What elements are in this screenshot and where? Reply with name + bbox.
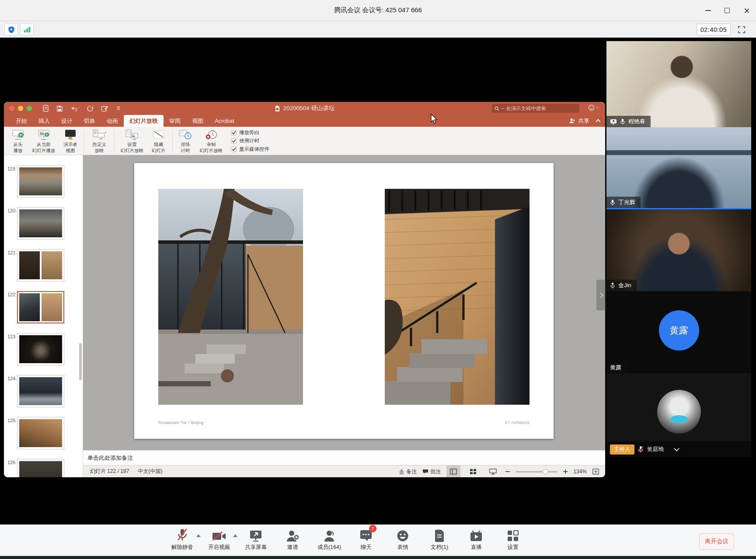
- search-input[interactable]: [506, 106, 577, 111]
- thumbnail-scrollbar[interactable]: [79, 343, 82, 380]
- comments-toggle-button[interactable]: 批注: [422, 468, 441, 476]
- custom-show-button[interactable]: 自定义 放映: [87, 127, 112, 155]
- mac-minimize-button[interactable]: [18, 106, 23, 111]
- record-slideshow-icon: [205, 129, 218, 141]
- unmute-button[interactable]: 解除静音: [169, 527, 196, 551]
- slideshow-view-button[interactable]: [486, 465, 500, 477]
- participant-name: 金Jin: [618, 281, 631, 289]
- feedback-smiley-button[interactable]: [588, 104, 599, 111]
- tab-transitions[interactable]: 切换: [78, 115, 101, 127]
- save-icon[interactable]: [56, 105, 63, 112]
- leave-meeting-button[interactable]: 离开会议: [699, 533, 734, 550]
- collapse-ribbon-icon[interactable]: [596, 119, 600, 124]
- tab-slideshow[interactable]: 幻灯片放映: [124, 115, 164, 127]
- chevron-down-icon[interactable]: [674, 446, 679, 451]
- minimize-button[interactable]: [698, 0, 718, 21]
- live-button[interactable]: 直播: [463, 527, 490, 551]
- setup-slideshow-button[interactable]: 设置 幻灯片放映: [117, 127, 147, 155]
- language-indicator[interactable]: 中文(中国): [138, 468, 162, 475]
- presenter-view-button[interactable]: 演示者 视图: [59, 127, 82, 155]
- rehearse-timings-button[interactable]: 排练 计时: [175, 127, 196, 155]
- new-slide-icon[interactable]: [42, 105, 49, 112]
- invite-button[interactable]: 邀请: [279, 527, 306, 551]
- camera-off-icon: [212, 531, 226, 542]
- play-from-current-button[interactable]: 从当前 幻灯片播放: [28, 127, 59, 155]
- start-video-button[interactable]: 开启视频: [206, 527, 233, 551]
- video-tile-1[interactable]: 程艳春: [606, 41, 751, 127]
- notes-toggle-icon: [399, 469, 404, 474]
- tab-animations[interactable]: 动画: [101, 115, 124, 127]
- zoom-slider-knob[interactable]: [543, 469, 548, 475]
- tab-review[interactable]: 审阅: [164, 115, 186, 127]
- chat-button[interactable]: 聊天 7: [352, 527, 380, 551]
- reactions-button[interactable]: 表情: [389, 527, 416, 551]
- slide-sorter-icon: [470, 469, 477, 475]
- tab-acrobat[interactable]: Acrobat: [209, 115, 240, 127]
- tab-view[interactable]: 视图: [186, 115, 209, 127]
- zoom-in-button[interactable]: [563, 469, 568, 474]
- checkbox-show-media-controls[interactable]: 显示媒体控件: [231, 146, 269, 153]
- video-tile-4[interactable]: 黄露 黄露: [606, 291, 751, 373]
- redo-icon[interactable]: [87, 105, 94, 112]
- ppt-titlebar: 20200504 研山讲坛: [4, 102, 605, 115]
- zoom-slider[interactable]: [516, 471, 557, 472]
- document-icon: [434, 530, 445, 542]
- slide-thumbnail-126[interactable]: 126: [4, 459, 83, 477]
- slide-thumbnail-123[interactable]: 123: [4, 333, 83, 372]
- settings-button[interactable]: 设置: [499, 527, 526, 551]
- zoom-level[interactable]: 134%: [573, 469, 587, 475]
- slide-thumbnail-120[interactable]: 120: [4, 207, 83, 247]
- notes-toggle-button[interactable]: 备注: [399, 468, 417, 476]
- fullscreen-button[interactable]: [736, 24, 747, 35]
- video-panel-toggle[interactable]: [596, 280, 606, 310]
- tab-insert[interactable]: 插入: [33, 115, 56, 127]
- slide-sorter-view-button[interactable]: [466, 465, 480, 477]
- tab-home[interactable]: 开始: [10, 115, 33, 127]
- slide-thumbnail-121[interactable]: 121: [4, 249, 83, 288]
- fit-to-window-icon[interactable]: [592, 469, 599, 475]
- security-button[interactable]: [4, 23, 18, 36]
- checkbox-play-narration[interactable]: 播放旁白: [231, 129, 269, 136]
- checkbox-checked-icon: [231, 138, 237, 144]
- hide-slide-button[interactable]: 隐藏 幻灯片: [147, 127, 170, 155]
- tab-design[interactable]: 设计: [56, 115, 78, 127]
- current-slide[interactable]: Restaurant "Ya" / Beijing C+ Architects: [134, 163, 554, 439]
- record-slideshow-button[interactable]: 录制 幻灯片放映: [196, 127, 226, 155]
- slide-thumbnail-122-selected[interactable]: 122: [4, 291, 83, 330]
- slide-thumbnail-124[interactable]: 124: [4, 375, 83, 414]
- video-tile-2-active-speaker[interactable]: 丁光辉: [606, 127, 751, 209]
- undo-icon[interactable]: [70, 105, 79, 112]
- ppt-search-box[interactable]: [492, 104, 579, 113]
- smiley-caret-icon: [596, 107, 599, 109]
- sharing-indicator-icon: [610, 119, 617, 125]
- notes-pane[interactable]: 单击此处添加备注: [83, 450, 605, 465]
- ppt-document-title: 20200504 研山讲坛: [283, 104, 335, 112]
- invite-person-icon: [286, 530, 299, 542]
- network-status-button[interactable]: [20, 23, 34, 36]
- qat-dropdown-icon[interactable]: [116, 107, 121, 110]
- camera-options-caret[interactable]: [233, 534, 237, 537]
- normal-view-button[interactable]: [446, 465, 460, 477]
- mac-zoom-button[interactable]: [27, 106, 32, 111]
- setup-slideshow-icon: [125, 129, 139, 141]
- video-tile-5-host[interactable]: 主持人 黄庭晚: [606, 373, 751, 457]
- meeting-controls-bar: 解除静音 开启视频 共享屏幕: [0, 524, 756, 556]
- docs-button[interactable]: 文档(1): [426, 527, 453, 551]
- zoom-out-button[interactable]: [505, 471, 510, 472]
- slide-thumbnail-119[interactable]: 119: [4, 165, 83, 205]
- members-button[interactable]: 成员(164): [316, 527, 343, 551]
- checkbox-use-timings[interactable]: 使用计时: [231, 138, 269, 144]
- share-screen-button[interactable]: 共享屏幕: [242, 527, 269, 551]
- draw-edit-icon[interactable]: [101, 105, 109, 112]
- slide-counter[interactable]: 幻灯片 122 / 187: [90, 468, 129, 475]
- play-from-start-button[interactable]: 从头 播放: [7, 127, 28, 155]
- share-screen-icon: [249, 530, 262, 542]
- share-button[interactable]: 共享: [569, 117, 589, 125]
- close-button[interactable]: [737, 0, 756, 21]
- maximize-button[interactable]: [718, 0, 737, 21]
- mic-options-caret[interactable]: [196, 534, 201, 537]
- slide-caption-left: Restaurant "Ya" / Beijing: [158, 420, 203, 425]
- slide-thumbnail-125[interactable]: 125: [4, 417, 83, 456]
- mac-close-button[interactable]: [9, 106, 14, 111]
- video-tile-3[interactable]: 金Jin: [606, 209, 751, 291]
